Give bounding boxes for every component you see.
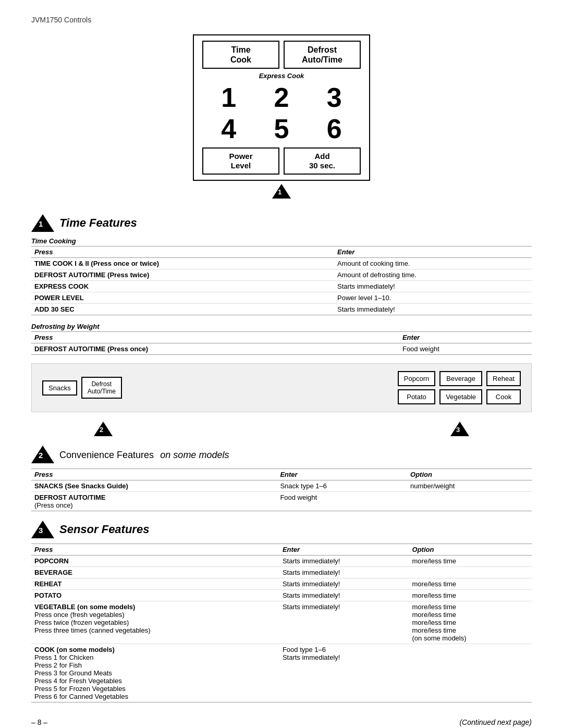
time-cooking-label: Time Cooking — [31, 237, 532, 245]
table2-row1-press: DEFROST AUTO/TIME (Press once) — [31, 343, 399, 355]
defrost-auto-time-sensor-button[interactable]: Defrost Auto/Time — [81, 377, 122, 399]
convenience-table: Press Enter Option SNACKS (See Snacks Gu… — [31, 468, 532, 511]
table1-row1-enter: Amount of cooking time. — [334, 258, 532, 269]
section-1-header: 1 Time Features — [31, 214, 532, 232]
cook-button[interactable]: Cook — [486, 389, 521, 404]
sensor-row4-option: more/less time — [409, 590, 532, 601]
key-4[interactable]: 4 — [202, 113, 255, 144]
time-cook-button[interactable]: Time Cook — [202, 41, 279, 69]
table-row: POWER LEVEL Power level 1–10. — [31, 292, 532, 304]
table1-row2-press: DEFROST AUTO/TIME (Press twice) — [31, 269, 334, 281]
keypad-diagram: Time Cook Defrost Auto/Time Express Cook… — [31, 34, 532, 199]
conv-header-option: Option — [407, 469, 532, 480]
sensor-table: Press Enter Option POPCORN Starts immedi… — [31, 544, 532, 702]
vegetable-button[interactable]: Vegetable — [439, 389, 482, 404]
section-3-header: 3 Sensor Features — [31, 521, 532, 538]
table1-row3-enter: Starts immediately! — [334, 281, 532, 292]
reheat-button[interactable]: Reheat — [486, 371, 521, 386]
sensor-left-buttons: Snacks Defrost Auto/Time — [42, 377, 122, 399]
table-row: VEGETABLE (on some models)Press once (fr… — [31, 601, 532, 644]
table-row: DEFROST AUTO/TIME (Press once) Food weig… — [31, 343, 532, 355]
table-row: BEVERAGE Starts immediately! — [31, 567, 532, 578]
sensor-right-buttons: Popcorn Beverage Reheat Potato Vegetable… — [398, 371, 521, 404]
table-row: EXPRESS COOK Starts immediately! — [31, 281, 532, 292]
sensor-header-press: Press — [31, 544, 279, 556]
section-1-triangle: 1 — [31, 214, 54, 232]
sensor-header-option: Option — [409, 544, 532, 556]
beverage-button[interactable]: Beverage — [439, 371, 482, 386]
sensor-row1-press: POPCORN — [31, 556, 279, 567]
table-row: POTATO Starts immediately! more/less tim… — [31, 590, 532, 601]
marker-triangle-2: 2 — [94, 422, 113, 436]
sensor-row6-press: COOK (on some models)Press 1 for Chicken… — [31, 644, 279, 702]
table1-row4-press: POWER LEVEL — [31, 292, 334, 304]
sensor-header-enter: Enter — [279, 544, 409, 556]
section-2-triangle: 2 — [31, 446, 54, 463]
potato-button[interactable]: Potato — [398, 389, 435, 404]
section-3-number: 3 — [39, 526, 43, 535]
defrost-weight-table: Press Enter DEFROST AUTO/TIME (Press onc… — [31, 331, 532, 355]
conv-row2-press: DEFROST AUTO/TIME(Press once) — [31, 492, 277, 511]
marker-1-number: 1 — [278, 188, 282, 196]
sensor-row5-option: more/less timemore/less timemore/less ti… — [409, 601, 532, 644]
key-3[interactable]: 3 — [308, 82, 361, 113]
sensor-row5-press: VEGETABLE (on some models)Press once (fr… — [31, 601, 279, 644]
sensor-row3-enter: Starts immediately! — [279, 578, 409, 590]
marker-3-number: 3 — [456, 426, 460, 434]
sensor-row2-enter: Starts immediately! — [279, 567, 409, 578]
table-row: POPCORN Starts immediately! more/less ti… — [31, 556, 532, 567]
number-grid: 1 2 3 4 5 6 — [202, 82, 361, 144]
continued-label: (Continued next page) — [459, 718, 532, 726]
section-3-title: Sensor Features — [59, 523, 149, 536]
conv-row1-option: number/weight — [407, 480, 532, 492]
table-row: SNACKS (See Snacks Guide) Snack type 1–6… — [31, 480, 532, 492]
table1-row4-enter: Power level 1–10. — [334, 292, 532, 304]
conv-header-press: Press — [31, 469, 277, 480]
snacks-button[interactable]: Snacks — [42, 380, 77, 396]
section-2-number: 2 — [39, 451, 43, 460]
sensor-row6-option — [409, 644, 532, 702]
key-2[interactable]: 2 — [255, 82, 308, 113]
marker-triangle-1: 1 — [272, 184, 291, 199]
sensor-row4-press: POTATO — [31, 590, 279, 601]
section-1-title: Time Features — [59, 216, 137, 230]
conv-row1-press: SNACKS (See Snacks Guide) — [31, 480, 277, 492]
sensor-row4-enter: Starts immediately! — [279, 590, 409, 601]
sensor-row3-press: REHEAT — [31, 578, 279, 590]
table2-row1-enter: Food weight — [399, 343, 532, 355]
defrost-weight-label: Defrosting by Weight — [31, 323, 532, 330]
defrost-auto-time-button[interactable]: Defrost Auto/Time — [284, 41, 361, 69]
table1-row3-press: EXPRESS COOK — [31, 281, 334, 292]
table-row: DEFROST AUTO/TIME(Press once) Food weigh… — [31, 492, 532, 511]
key-5[interactable]: 5 — [255, 113, 308, 144]
section-1-number: 1 — [39, 219, 43, 228]
page-footer: – 8 – (Continued next page) — [31, 718, 532, 726]
table-row: ADD 30 SEC Starts immediately! — [31, 304, 532, 315]
table-row: TIME COOK I & II (Press once or twice) A… — [31, 258, 532, 269]
table-row: COOK (on some models)Press 1 for Chicken… — [31, 644, 532, 702]
marker-triangle-3: 3 — [450, 422, 469, 436]
power-level-button[interactable]: Power Level — [202, 147, 279, 175]
popcorn-button[interactable]: Popcorn — [398, 371, 435, 386]
add-30-sec-button[interactable]: Add 30 sec. — [284, 147, 361, 175]
time-cooking-table: Press Enter TIME COOK I & II (Press once… — [31, 246, 532, 315]
table1-row5-press: ADD 30 SEC — [31, 304, 334, 315]
table-row: REHEAT Starts immediately! more/less tim… — [31, 578, 532, 590]
keypad-top-row: Time Cook Defrost Auto/Time — [202, 41, 361, 69]
sensor-row3-option: more/less time — [409, 578, 532, 590]
section-2-header: 2 Convenience Features on some models — [31, 446, 532, 463]
conv-header-enter: Enter — [277, 469, 407, 480]
table-row: DEFROST AUTO/TIME (Press twice) Amount o… — [31, 269, 532, 281]
express-cook-label: Express Cook — [202, 72, 361, 80]
key-6[interactable]: 6 — [308, 113, 361, 144]
table1-row2-enter: Amount of defrosting time. — [334, 269, 532, 281]
sensor-row1-enter: Starts immediately! — [279, 556, 409, 567]
keypad-panel: Time Cook Defrost Auto/Time Express Cook… — [193, 34, 370, 181]
table2-header-enter: Enter — [399, 332, 532, 343]
marker-1-wrapper: 1 — [193, 183, 370, 199]
key-1[interactable]: 1 — [202, 82, 255, 113]
conv-row2-enter: Food weight — [277, 492, 407, 511]
page-title: JVM1750 Controls — [31, 16, 532, 24]
marker-2-wrapper: 2 — [94, 421, 113, 436]
marker-2-number: 2 — [100, 426, 103, 434]
